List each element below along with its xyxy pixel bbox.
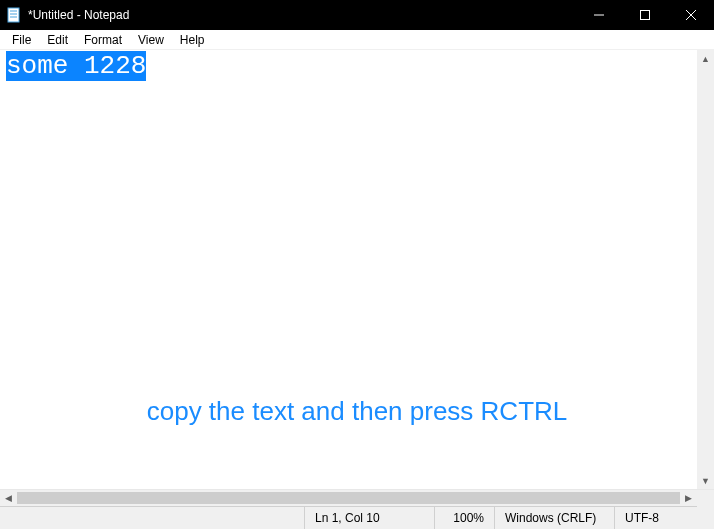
text-editor[interactable]: some 1228	[0, 50, 697, 489]
vscroll-track[interactable]	[697, 67, 714, 472]
menubar: File Edit Format View Help	[0, 30, 714, 50]
status-position: Ln 1, Col 10	[304, 507, 434, 529]
status-zoom: 100%	[434, 507, 494, 529]
window-controls	[576, 0, 714, 30]
status-encoding: UTF-8	[614, 507, 714, 529]
scroll-up-icon[interactable]: ▲	[697, 50, 714, 67]
titlebar[interactable]: *Untitled - Notepad	[0, 0, 714, 30]
minimize-button[interactable]	[576, 0, 622, 30]
scroll-down-icon[interactable]: ▼	[697, 472, 714, 489]
editor-container: some 1228 ▲ ▼	[0, 50, 714, 489]
scroll-right-icon[interactable]: ▶	[680, 490, 697, 507]
hscroll-track[interactable]	[17, 490, 680, 506]
close-button[interactable]	[668, 0, 714, 30]
menu-format[interactable]: Format	[76, 31, 130, 49]
menu-help[interactable]: Help	[172, 31, 213, 49]
menu-file[interactable]: File	[4, 31, 39, 49]
scroll-corner	[697, 490, 714, 507]
svg-rect-0	[8, 8, 19, 22]
hscroll-row: ◀ ▶	[0, 489, 714, 506]
selected-text[interactable]: some 1228	[6, 51, 146, 81]
menu-edit[interactable]: Edit	[39, 31, 76, 49]
svg-rect-5	[641, 11, 650, 20]
notepad-icon	[6, 7, 22, 23]
hscroll-thumb[interactable]	[17, 492, 680, 504]
menu-view[interactable]: View	[130, 31, 172, 49]
maximize-button[interactable]	[622, 0, 668, 30]
statusbar: Ln 1, Col 10 100% Windows (CRLF) UTF-8	[0, 506, 714, 529]
window-title: *Untitled - Notepad	[28, 8, 129, 22]
status-line-ending: Windows (CRLF)	[494, 507, 614, 529]
scroll-left-icon[interactable]: ◀	[0, 490, 17, 507]
vertical-scrollbar[interactable]: ▲ ▼	[697, 50, 714, 489]
horizontal-scrollbar[interactable]: ◀ ▶	[0, 490, 697, 506]
